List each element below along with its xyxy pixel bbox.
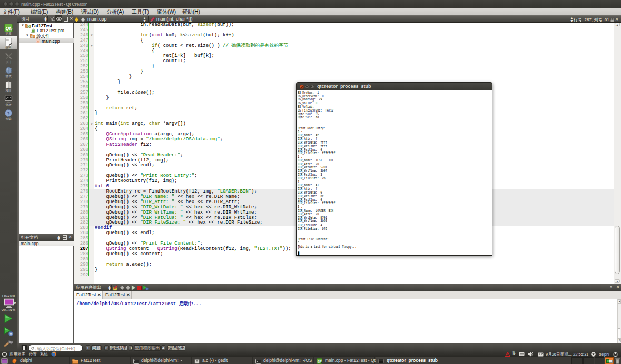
svg-text:Qt: Qt [318, 359, 322, 363]
svg-text:?: ? [7, 111, 10, 116]
svg-text:Qt: Qt [28, 25, 31, 28]
svg-text:C+: C+ [36, 41, 39, 43]
